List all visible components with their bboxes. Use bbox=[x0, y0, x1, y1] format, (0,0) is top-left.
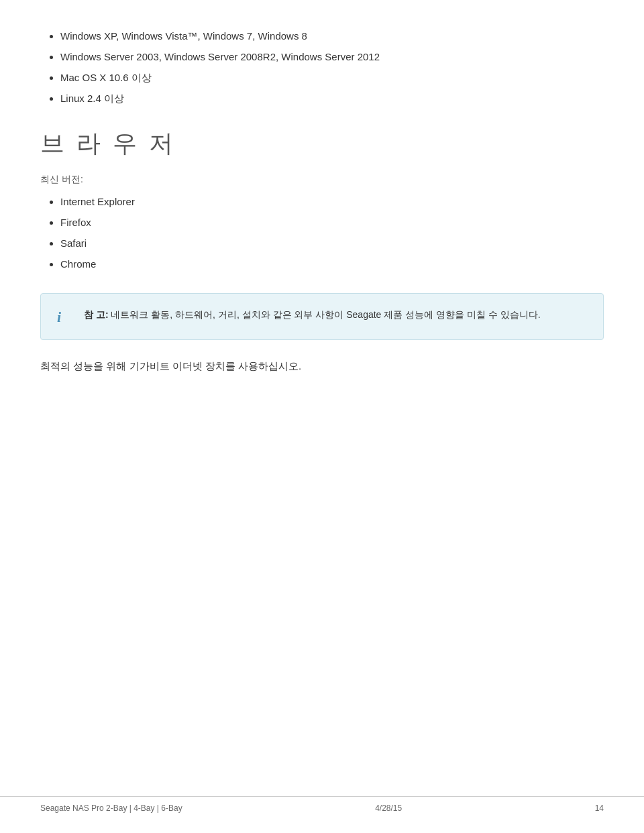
browser-item-ie: Internet Explorer bbox=[60, 192, 604, 211]
note-body: 네트워크 활동, 하드웨어, 거리, 설치와 같은 외부 사항이 Seagate… bbox=[109, 309, 541, 320]
page-footer: Seagate NAS Pro 2-Bay | 4-Bay | 6-Bay 4/… bbox=[0, 796, 644, 820]
browser-item-firefox: Firefox bbox=[60, 213, 604, 231]
os-item-1: Windows XP, Windows Vista™, Windows 7, W… bbox=[60, 27, 604, 45]
os-item-3: Mac OS X 10.6 이상 bbox=[60, 68, 604, 87]
note-text: 참 고: 네트워크 활동, 하드웨어, 거리, 설치와 같은 외부 사항이 Se… bbox=[84, 307, 541, 322]
info-icon: i bbox=[57, 309, 73, 326]
note-box: i 참 고: 네트워크 활동, 하드웨어, 거리, 설치와 같은 외부 사항이 … bbox=[40, 293, 604, 340]
browser-list: Internet Explorer Firefox Safari Chrome bbox=[40, 192, 604, 273]
note-label: 참 고: bbox=[84, 309, 109, 320]
footer-page-number: 14 bbox=[595, 803, 604, 813]
footer-date: 4/28/15 bbox=[375, 803, 402, 813]
os-item-2: Windows Server 2003, Windows Server 2008… bbox=[60, 48, 604, 66]
os-item-4: Linux 2.4 이상 bbox=[60, 89, 604, 107]
browser-item-safari: Safari bbox=[60, 234, 604, 252]
footer-product-name: Seagate NAS Pro 2-Bay | 4-Bay | 6-Bay bbox=[40, 803, 182, 813]
browser-section-title: 브 라 우 저 bbox=[40, 127, 604, 160]
footer-note: 최적의 성능을 위해 기가비트 이더넷 장치를 사용하십시오. bbox=[40, 360, 604, 373]
browser-item-chrome: Chrome bbox=[60, 255, 604, 273]
browser-subtitle: 최신 버전: bbox=[40, 174, 604, 186]
os-list: Windows XP, Windows Vista™, Windows 7, W… bbox=[40, 27, 604, 107]
